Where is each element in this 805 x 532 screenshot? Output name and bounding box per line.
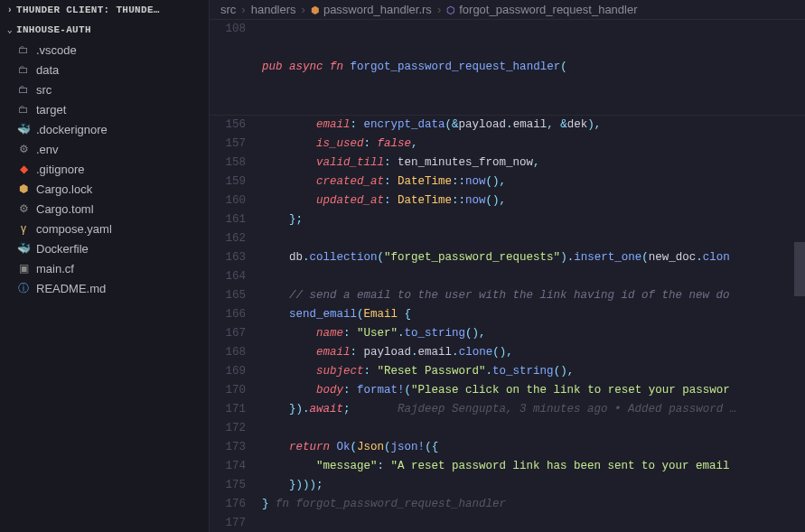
tree-item-label: data <box>36 63 59 77</box>
line-number: 168 <box>210 343 246 362</box>
code-line[interactable]: email: encrypt_data(&payload.email, &dek… <box>262 116 805 135</box>
line-number: 171 <box>210 400 246 419</box>
folder-icon: 🗀 <box>16 102 31 117</box>
code-line[interactable]: return Ok(Json(json!({ <box>262 438 805 457</box>
line-number: 162 <box>210 229 246 248</box>
vertical-scrollbar[interactable] <box>794 116 805 532</box>
code-line[interactable]: subject: "Reset Password".to_string(), <box>262 362 805 381</box>
tree-item-cargo-toml[interactable]: ⚙Cargo.toml <box>0 199 207 219</box>
tree-item-src[interactable]: 🗀src <box>0 79 207 99</box>
thunder-client-section[interactable]: › THUNDER CLIENT: THUNDE… <box>0 0 209 20</box>
env-icon: ⚙ <box>16 142 31 156</box>
git-icon: ◆ <box>16 162 31 176</box>
tree-item-readme-md[interactable]: ⓘREADME.md <box>0 278 207 298</box>
tree-item-label: src <box>36 83 51 97</box>
line-number: 166 <box>210 305 246 324</box>
tree-item--dockerignore[interactable]: 🐳.dockerignore <box>0 119 207 139</box>
code-line[interactable]: created_at: DateTime::now(), <box>262 173 805 191</box>
tree-item-compose-yaml[interactable]: γcompose.yaml <box>0 219 207 238</box>
tree-item-label: .gitignore <box>36 163 84 176</box>
chevron-right-icon: › <box>241 3 245 16</box>
line-number: 175 <box>210 476 246 495</box>
breadcrumb[interactable]: src › handlers › password_handler.rs › f… <box>210 0 805 20</box>
code-line[interactable] <box>262 229 805 248</box>
sticky-scroll-header[interactable]: 108 pub async fn forgot_password_request… <box>210 20 805 116</box>
breadcrumb-file[interactable]: password_handler.rs <box>311 3 432 16</box>
folder-icon: 🗀 <box>16 42 31 57</box>
tree-item--env[interactable]: ⚙.env <box>0 139 207 159</box>
line-number: 169 <box>210 362 246 381</box>
code-editor[interactable]: 1561571581591601611621631641651661671681… <box>210 116 805 532</box>
code-line[interactable]: send_email(Email { <box>262 305 805 324</box>
code-line[interactable]: "message": "A reset password link has be… <box>262 457 805 476</box>
chevron-right-icon: › <box>302 3 305 16</box>
chevron-down-icon: ⌄ <box>4 24 16 35</box>
tree-item-label: .vscode <box>36 43 77 57</box>
breadcrumb-symbol[interactable]: forgot_password_request_handler <box>446 3 637 16</box>
docker-icon: 🐳 <box>16 122 31 136</box>
tree-item-label: Cargo.lock <box>36 182 92 196</box>
tree-item-label: Cargo.toml <box>36 202 94 216</box>
line-number: 177 <box>210 514 246 532</box>
tree-item-cargo-lock[interactable]: ⬢Cargo.lock <box>0 179 207 199</box>
docker-icon: 🐳 <box>16 241 31 256</box>
code-line[interactable]: updated_at: DateTime::now(), <box>262 191 805 210</box>
tree-item-label: target <box>36 103 66 117</box>
compose-icon: γ <box>16 221 31 236</box>
code-line[interactable]: 💡 }).await; Rajdeep Sengupta, 3 minutes … <box>262 400 805 419</box>
explorer-sidebar[interactable]: › THUNDER CLIENT: THUNDE… ⌄ INHOUSE-AUTH… <box>0 0 210 532</box>
chevron-right-icon: › <box>437 3 441 16</box>
scrollbar-thumb[interactable] <box>794 242 805 296</box>
code-line[interactable]: db.collection("forget_password_requests"… <box>262 248 805 267</box>
line-number: 160 <box>210 191 246 210</box>
sticky-line-number: 108 <box>210 20 262 115</box>
readme-icon: ⓘ <box>16 281 31 295</box>
editor-pane: src › handlers › password_handler.rs › f… <box>210 0 805 532</box>
code-line[interactable]: }; <box>262 210 805 229</box>
tree-item-data[interactable]: 🗀data <box>0 60 207 79</box>
line-number: 156 <box>210 116 246 135</box>
file-tree[interactable]: 🗀.vscode🗀data🗀src🗀target🐳.dockerignore⚙.… <box>0 40 209 298</box>
line-number: 165 <box>210 286 246 305</box>
code-line[interactable]: } fn forgot_password_request_handler <box>262 495 805 514</box>
tree-item-dockerfile[interactable]: 🐳Dockerfile <box>0 238 207 258</box>
code-line[interactable]: body: format!("Please click on the link … <box>262 381 805 400</box>
line-number: 173 <box>210 438 246 457</box>
tree-item-label: README.md <box>36 282 106 295</box>
code-line[interactable]: name: "User".to_string(), <box>262 324 805 343</box>
code-line[interactable] <box>262 267 805 286</box>
folder-icon: 🗀 <box>16 62 31 77</box>
breadcrumb-part[interactable]: handlers <box>251 3 296 16</box>
tree-item-label: compose.yaml <box>36 222 112 236</box>
project-name-label: INHOUSE-AUTH <box>16 24 91 35</box>
tree-item-label: .dockerignore <box>36 123 108 136</box>
breadcrumb-part[interactable]: src <box>220 3 236 16</box>
line-number: 172 <box>210 419 246 438</box>
code-content[interactable]: email: encrypt_data(&payload.email, &dek… <box>262 116 805 532</box>
project-section-header[interactable]: ⌄ INHOUSE-AUTH <box>0 20 209 40</box>
sticky-code[interactable]: pub async fn forgot_password_request_han… <box>262 20 805 115</box>
tree-item-target[interactable]: 🗀target <box>0 99 207 119</box>
line-number: 167 <box>210 324 246 343</box>
folder-icon: 🗀 <box>16 82 31 97</box>
code-line[interactable]: // send a email to the user with the lin… <box>262 286 805 305</box>
tree-item--gitignore[interactable]: ◆.gitignore <box>0 159 207 179</box>
line-number: 159 <box>210 173 246 191</box>
code-line[interactable]: email: payload.email.clone(), <box>262 343 805 362</box>
line-number-gutter[interactable]: 1561571581591601611621631641651661671681… <box>210 116 262 532</box>
code-line[interactable]: valid_till: ten_minutes_from_now, <box>262 154 805 173</box>
tree-item-label: .env <box>36 143 59 156</box>
code-line[interactable]: is_used: false, <box>262 135 805 154</box>
file-icon: ▣ <box>16 261 31 275</box>
tree-item--vscode[interactable]: 🗀.vscode <box>0 40 207 60</box>
line-number: 174 <box>210 457 246 476</box>
code-line[interactable] <box>262 419 805 438</box>
line-number: 157 <box>210 135 246 154</box>
line-number: 158 <box>210 154 246 173</box>
tree-item-main-cf[interactable]: ▣main.cf <box>0 258 207 278</box>
chevron-right-icon: › <box>4 5 16 15</box>
line-number: 170 <box>210 381 246 400</box>
cog-icon: ⚙ <box>16 201 31 216</box>
code-line[interactable]: }))); <box>262 476 805 495</box>
code-line[interactable] <box>262 514 805 532</box>
